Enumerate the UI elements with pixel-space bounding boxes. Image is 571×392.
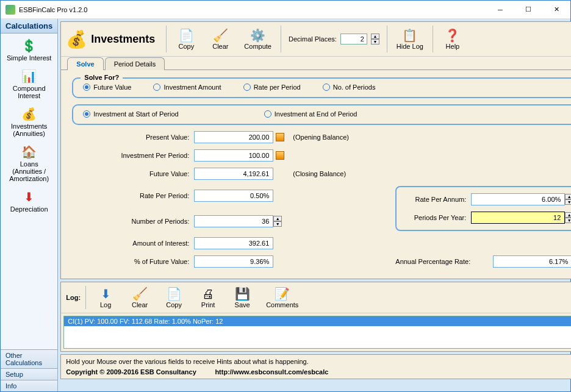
rate-per-period-label: Rate Per Period: [72, 192, 194, 199]
present-value-input[interactable] [194, 131, 273, 143]
printer-icon: 🖨 [202, 287, 214, 301]
gear-icon: ⚙️ [250, 28, 265, 43]
status-hint: Hold your Mouse over the various fields … [66, 357, 571, 367]
coins-icon: 💰 [66, 29, 87, 49]
calc-icon-ipp[interactable] [276, 151, 284, 160]
decimal-places-label: Decimal Places: [289, 35, 337, 43]
ppy-down[interactable]: ▼ [565, 218, 571, 223]
toolbar: 💰 Investments 📄Copy 🧹Clear ⚙️Compute Dec… [61, 22, 571, 57]
log-label: Log: [66, 286, 86, 309]
radio-end-of-period[interactable]: Investment at End of Period [264, 110, 357, 118]
dollar-up-icon: 💲 [21, 38, 38, 53]
status-bar: Hold your Mouse over the various fields … [60, 354, 571, 379]
future-value-label: Future Value: [72, 170, 194, 177]
app-window: ESBFinCalc Pro v1.2.0 ─ ☐ ✕ Calculations… [0, 0, 571, 392]
rate-annum-down[interactable]: ▼ [565, 199, 571, 205]
log-copy-button[interactable]: 📄Copy [157, 285, 191, 310]
log-panel: Log: ⬇Log 🧹Clear 📄Copy 🖨Print 💾Save 📝Com… [60, 282, 571, 352]
help-icon: ❓ [445, 28, 460, 43]
section-heading: Investments [91, 33, 155, 46]
eraser-icon: 🧹 [213, 28, 228, 43]
timing-group: Investment at Start of Period Investment… [72, 104, 571, 125]
close-button[interactable]: ✕ [542, 1, 570, 18]
minimize-button[interactable]: ─ [486, 1, 514, 18]
main-panel: 💰 Investments 📄Copy 🧹Clear ⚙️Compute Dec… [60, 21, 571, 279]
website-link[interactable]: http://www.esbconsult.com/esbcalc [215, 368, 328, 376]
solve-for-legend: Solve For? [81, 74, 123, 81]
sidebar-header: Calculations [1, 19, 57, 34]
clear-button[interactable]: 🧹Clear [203, 26, 237, 52]
decimal-up[interactable]: ▲ [371, 34, 379, 39]
radio-future-value[interactable]: Future Value [83, 84, 131, 91]
solve-for-group: Solve For? Future Value Investment Amoun… [72, 77, 571, 98]
sidebar-info[interactable]: Info [1, 380, 57, 391]
present-value-label: Present Value: [72, 134, 194, 141]
house-icon: 🏠 [21, 144, 38, 159]
future-value-input[interactable] [194, 168, 273, 180]
copyright-text: Copyright © 2009-2016 ESB Consultancy [66, 368, 196, 376]
log-down-icon: ⬇ [101, 287, 111, 301]
sidebar-item-loans[interactable]: 🏠Loans (Annuities / Amortization) [1, 143, 57, 188]
inv-per-period-label: Investment Per Period: [72, 152, 194, 159]
radio-rate-per-period[interactable]: Rate per Period [243, 84, 301, 91]
hide-log-button[interactable]: 📋Hide Log [390, 26, 430, 52]
radio-investment-amount[interactable]: Investment Amount [153, 84, 221, 91]
number-of-periods-label: Number of Periods: [72, 218, 194, 225]
rate-annum-up[interactable]: ▲ [565, 194, 571, 199]
sidebar-item-simple-interest[interactable]: 💲Simple Interest [1, 37, 57, 68]
log-comments-button[interactable]: 📝Comments [259, 285, 305, 310]
sidebar-other-calculations[interactable]: Other Calculations [1, 349, 57, 368]
sidebar-item-depreciation[interactable]: ⬇Depreciation [1, 188, 57, 219]
closing-balance-note: (Closing Balance) [286, 170, 395, 177]
log-icon: 📋 [402, 28, 417, 43]
comment-icon: 📝 [275, 287, 290, 301]
bar-chart-icon: 📊 [21, 69, 38, 84]
titlebar: ESBFinCalc Pro v1.2.0 ─ ☐ ✕ [1, 1, 570, 19]
log-save-button[interactable]: 💾Save [225, 285, 259, 310]
radio-start-of-period[interactable]: Investment at Start of Period [83, 110, 178, 118]
inv-per-period-input[interactable] [194, 149, 273, 162]
eraser-icon: 🧹 [132, 287, 148, 301]
pct-future-value-input[interactable] [194, 255, 273, 268]
sidebar-setup[interactable]: Setup [1, 368, 57, 380]
nop-down[interactable]: ▼ [273, 221, 282, 227]
periods-per-year-input[interactable] [471, 212, 565, 224]
sidebar-item-investments[interactable]: 💰Investments (Annuities) [1, 105, 57, 143]
apr-label: Annual Percentage Rate: [395, 258, 493, 265]
app-icon [5, 5, 15, 15]
copy-button[interactable]: 📄Copy [169, 26, 203, 52]
log-print-button[interactable]: 🖨Print [191, 285, 225, 310]
radio-no-of-periods[interactable]: No. of Periods [323, 84, 376, 91]
amount-of-interest-label: Amount of Interest: [72, 240, 194, 247]
tab-solve[interactable]: Solve [67, 57, 103, 70]
compute-button[interactable]: ⚙️Compute [237, 26, 278, 52]
rate-per-annum-input[interactable] [471, 193, 565, 205]
log-entry[interactable]: CI(1) PV: 100.00 FV: 112.68 Rate: 1.00% … [64, 316, 571, 326]
log-clear-button[interactable]: 🧹Clear [123, 285, 157, 310]
down-arrow-icon: ⬇ [21, 190, 38, 204]
form-grid: Present Value: (Opening Balance) Investm… [72, 131, 571, 268]
pct-future-value-label: % of Future Value: [72, 258, 194, 265]
money-bag-icon: 💰 [21, 107, 38, 121]
apr-input[interactable] [493, 255, 571, 268]
log-list[interactable]: CI(1) PV: 100.00 FV: 112.68 Rate: 1.00% … [63, 316, 571, 349]
nop-up[interactable]: ▲ [273, 216, 282, 221]
copy-icon: 📄 [179, 28, 194, 43]
sidebar: Calculations 💲Simple Interest 📊Compound … [1, 19, 58, 391]
decimal-places-input[interactable] [340, 34, 367, 45]
amount-of-interest-input[interactable] [194, 237, 273, 249]
sidebar-item-compound-interest[interactable]: 📊Compound Interest [1, 68, 57, 105]
help-button[interactable]: ❓Help [436, 26, 470, 52]
rate-per-period-input[interactable] [194, 190, 273, 202]
tab-period-details[interactable]: Period Details [105, 57, 165, 70]
ppy-up[interactable]: ▲ [565, 212, 571, 218]
rate-per-annum-label: Rate Per Annum: [404, 196, 471, 203]
number-of-periods-input[interactable] [194, 215, 273, 227]
periods-per-year-label: Periods Per Year: [404, 214, 471, 221]
opening-balance-note: (Opening Balance) [286, 134, 395, 141]
maximize-button[interactable]: ☐ [514, 1, 542, 18]
copy-icon: 📄 [167, 287, 182, 301]
decimal-down[interactable]: ▼ [371, 39, 379, 45]
calc-icon-pv[interactable] [276, 133, 284, 141]
log-button[interactable]: ⬇Log [88, 285, 123, 310]
